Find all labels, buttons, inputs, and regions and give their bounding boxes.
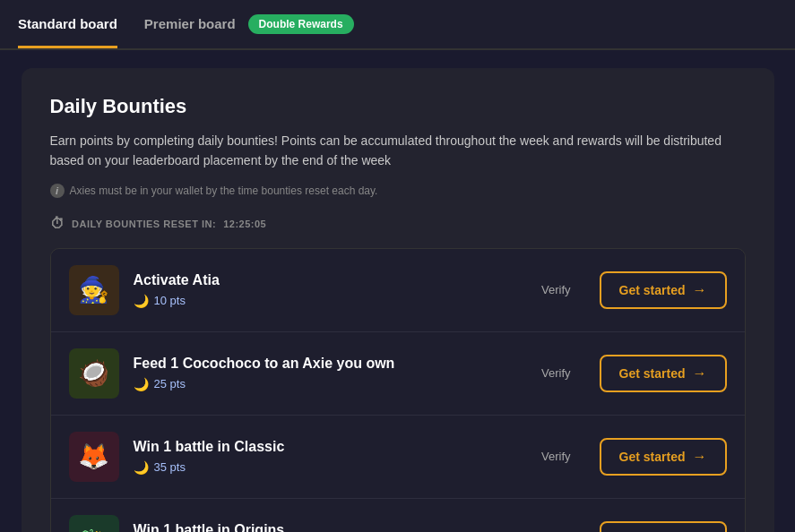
verify-button[interactable]: Verify bbox=[527, 276, 585, 304]
bounty-info: Activate Atia 🌙 10 pts bbox=[134, 272, 514, 308]
bounty-row: 🦊 Win 1 battle in Classic 🌙 35 pts Verif… bbox=[51, 416, 745, 499]
bounty-name: Feed 1 Cocochoco to an Axie you own bbox=[134, 356, 514, 372]
verify-button[interactable]: Verify bbox=[527, 359, 585, 387]
bounty-avatar-classic: 🦊 bbox=[69, 432, 119, 482]
tab-bar: Standard board Premier board Double Rewa… bbox=[0, 0, 795, 50]
moon-icon: 🌙 bbox=[134, 460, 149, 475]
arrow-icon: → bbox=[693, 282, 707, 298]
section-title: Daily Bounties bbox=[50, 95, 746, 118]
get-started-label: Get started bbox=[619, 283, 686, 297]
verify-button[interactable]: Verify bbox=[527, 526, 585, 532]
info-text: Axies must be in your wallet by the time… bbox=[70, 184, 378, 197]
get-started-label: Get started bbox=[619, 366, 686, 381]
bounty-pts: 🌙 10 pts bbox=[134, 294, 514, 308]
reset-time: 12:25:05 bbox=[223, 219, 266, 229]
verify-button[interactable]: Verify bbox=[527, 442, 585, 470]
moon-icon: 🌙 bbox=[134, 377, 149, 391]
arrow-icon: → bbox=[693, 365, 707, 382]
bounty-row: 🥥 Feed 1 Cocochoco to an Axie you own 🌙 … bbox=[51, 332, 745, 416]
bounty-list: 🧙 Activate Atia 🌙 10 pts Verify Get star… bbox=[50, 248, 746, 532]
get-started-label: Get started bbox=[619, 450, 686, 464]
bounty-name: Win 1 battle in Origins bbox=[134, 522, 514, 532]
bounty-pts: 🌙 35 pts bbox=[134, 460, 514, 475]
tab-premier[interactable]: Premier board bbox=[144, 0, 236, 48]
bounty-pts-value: 10 pts bbox=[154, 294, 186, 307]
bounty-pts-value: 25 pts bbox=[154, 377, 186, 390]
bounty-row: 🧙 Activate Atia 🌙 10 pts Verify Get star… bbox=[51, 249, 745, 332]
bounty-row: 🐲 Win 1 battle in Origins 🌙 35 pts Verif… bbox=[51, 499, 745, 532]
bounty-name: Win 1 battle in Classic bbox=[134, 439, 514, 455]
bounty-pts: 🌙 25 pts bbox=[134, 377, 514, 391]
section-description: Earn points by completing daily bounties… bbox=[50, 131, 746, 171]
bounty-info: Feed 1 Cocochoco to an Axie you own 🌙 25… bbox=[134, 356, 514, 391]
arrow-icon: → bbox=[693, 449, 707, 465]
reset-bar: ⏱ DAILY BOUNTIES RESET IN: 12:25:05 bbox=[50, 216, 746, 232]
info-icon: i bbox=[50, 184, 65, 198]
reset-label: DAILY BOUNTIES RESET IN: bbox=[72, 219, 216, 229]
bounty-avatar-atia: 🧙 bbox=[69, 265, 119, 315]
get-started-button[interactable]: Get started → bbox=[600, 271, 727, 309]
get-started-button[interactable]: Get started → bbox=[600, 355, 727, 392]
double-rewards-badge: Double Rewards bbox=[248, 14, 354, 34]
info-row: i Axies must be in your wallet by the ti… bbox=[50, 184, 746, 198]
moon-icon: 🌙 bbox=[134, 294, 149, 308]
bounty-avatar-origins: 🐲 bbox=[69, 515, 119, 532]
bounty-pts-value: 35 pts bbox=[154, 460, 186, 474]
bounty-info: Win 1 battle in Classic 🌙 35 pts bbox=[134, 439, 514, 475]
clock-icon: ⏱ bbox=[50, 216, 65, 232]
main-content: Daily Bounties Earn points by completing… bbox=[22, 68, 774, 532]
bounty-avatar-coco: 🥥 bbox=[69, 348, 119, 399]
bounty-name: Activate Atia bbox=[134, 272, 514, 288]
tab-standard[interactable]: Standard board bbox=[18, 0, 117, 48]
get-started-button[interactable]: Get started → bbox=[600, 521, 727, 532]
bounty-info: Win 1 battle in Origins 🌙 35 pts bbox=[134, 522, 514, 532]
get-started-button[interactable]: Get started → bbox=[600, 438, 727, 476]
